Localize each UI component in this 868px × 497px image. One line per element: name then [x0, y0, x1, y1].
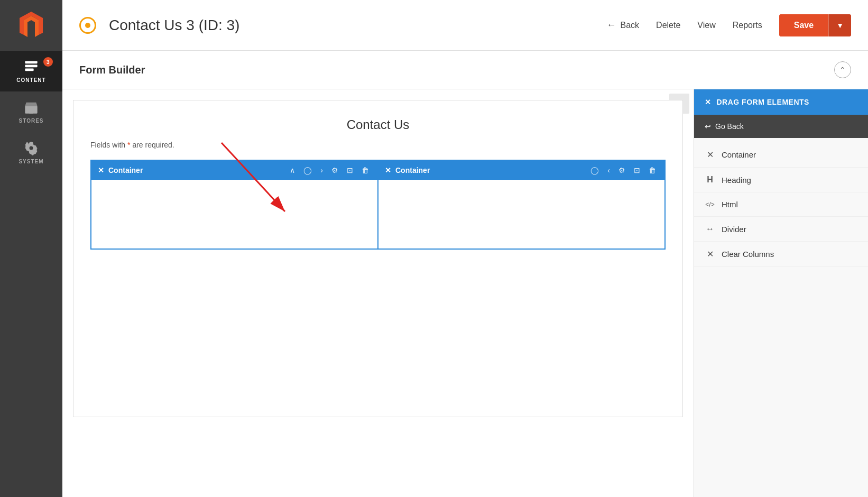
stores-label: STORES — [19, 118, 44, 124]
container-right-header-left: ✕ Container — [385, 166, 430, 174]
elements-list: ✕ Container H Heading </> Html ↔ Divider — [694, 138, 868, 271]
container-row: ✕ Container ∧ ◯ › ⚙ ⊡ 🗑 — [90, 160, 666, 250]
page-status-icon — [79, 17, 96, 34]
right-panel: ✕ DRAG FORM ELEMENTS ↩ Go Back ✕ Contain… — [694, 89, 868, 497]
required-note: Fields with * are required. — [90, 141, 666, 149]
element-clear-columns[interactable]: ✕ Clear Columns — [694, 242, 868, 267]
settings-button-right[interactable]: ⚙ — [616, 165, 627, 176]
form-builder-title: Form Builder — [79, 64, 145, 76]
system-label: SYSTEM — [19, 159, 43, 164]
top-header: Contact Us 3 (ID: 3) ← Back Delete View … — [62, 0, 868, 51]
element-html[interactable]: </> Html — [694, 192, 868, 217]
svg-marker-0 — [20, 12, 43, 35]
sidebar: CONTENT 3 STORES SYSTEM — [0, 0, 62, 497]
main-area: Contact Us 3 (ID: 3) ← Back Delete View … — [62, 0, 868, 497]
sidebar-item-stores[interactable]: STORES — [0, 91, 62, 132]
save-dropdown-button[interactable]: ▼ — [828, 14, 851, 36]
section-header: Form Builder ⌃ — [62, 51, 868, 89]
form-heading: Contact Us — [90, 117, 666, 132]
move-up-button-left[interactable]: ∧ — [288, 165, 297, 176]
copy-button-right[interactable]: ⊡ — [632, 165, 642, 176]
go-back-button[interactable]: ↩ Go Back — [694, 115, 868, 138]
container-left: ✕ Container ∧ ◯ › ⚙ ⊡ 🗑 — [91, 161, 377, 248]
delete-button-right[interactable]: 🗑 — [647, 165, 658, 176]
reports-button[interactable]: Reports — [733, 21, 762, 30]
back-button[interactable]: ← Back — [607, 20, 640, 31]
move-icon-left: ✕ — [98, 166, 104, 174]
system-icon — [24, 141, 39, 155]
up-circle-button-right[interactable]: ◯ — [588, 165, 601, 176]
sidebar-item-system[interactable]: SYSTEM — [0, 132, 62, 173]
move-left-button-right[interactable]: ‹ — [605, 165, 612, 176]
move-up-circle-button-left[interactable]: ◯ — [301, 165, 314, 176]
container-left-body — [91, 180, 377, 248]
sidebar-logo — [0, 0, 62, 51]
container-left-header: ✕ Container ∧ ◯ › ⚙ ⊡ 🗑 — [91, 161, 377, 180]
move-icon-right: ✕ — [385, 166, 391, 174]
settings-button-left[interactable]: ⚙ — [329, 165, 340, 176]
container-right: ✕ Container ◯ ‹ ⚙ ⊡ 🗑 — [377, 161, 664, 248]
view-button[interactable]: View — [697, 21, 715, 30]
container-right-controls: ◯ ‹ ⚙ ⊡ 🗑 — [588, 165, 658, 176]
content-label: CONTENT — [16, 77, 45, 83]
form-canvas: Contact Us Fields with * are required. ✕ — [73, 100, 683, 417]
container-left-header-left: ✕ Container — [98, 166, 143, 174]
container-left-label: Container — [108, 166, 143, 174]
container-element-icon: ✕ — [705, 150, 715, 160]
builder-body: ⤢ Contact Us — [62, 89, 868, 497]
delete-button[interactable]: Delete — [656, 21, 680, 30]
element-container[interactable]: ✕ Container — [694, 142, 868, 168]
svg-rect-3 — [25, 65, 37, 68]
content-area: Form Builder ⌃ ⤢ — [62, 51, 868, 497]
divider-element-icon: ↔ — [705, 224, 715, 234]
back-arrow-icon: ← — [607, 20, 616, 31]
delete-button-left[interactable]: 🗑 — [359, 165, 371, 176]
move-right-button-left[interactable]: › — [318, 165, 325, 176]
sidebar-item-content[interactable]: CONTENT 3 — [0, 51, 62, 91]
clear-columns-element-icon: ✕ — [705, 249, 715, 259]
element-heading[interactable]: H Heading — [694, 168, 868, 192]
container-right-body — [378, 180, 664, 248]
svg-marker-1 — [24, 16, 39, 37]
copy-button-left[interactable]: ⊡ — [345, 165, 355, 176]
go-back-arrow-icon: ↩ — [705, 122, 711, 131]
save-btn-group: Save ▼ — [779, 14, 851, 36]
page-title: Contact Us 3 (ID: 3) — [109, 17, 594, 34]
heading-element-icon: H — [705, 175, 715, 185]
container-right-label: Container — [395, 166, 430, 174]
magento-logo-icon — [15, 10, 47, 41]
svg-rect-6 — [30, 108, 33, 113]
form-canvas-wrapper: ⤢ Contact Us — [62, 89, 694, 497]
sidebar-navigation: CONTENT 3 STORES SYSTEM — [0, 51, 62, 173]
html-element-icon: </> — [705, 201, 715, 208]
content-icon — [24, 59, 39, 74]
container-right-header: ✕ Container ◯ ‹ ⚙ ⊡ 🗑 — [378, 161, 664, 180]
save-button[interactable]: Save — [779, 14, 828, 36]
stores-icon — [24, 100, 39, 115]
element-divider[interactable]: ↔ Divider — [694, 217, 868, 242]
content-badge: 3 — [43, 57, 53, 67]
svg-rect-4 — [25, 69, 33, 71]
container-left-controls: ∧ ◯ › ⚙ ⊡ 🗑 — [288, 165, 371, 176]
svg-rect-2 — [25, 61, 37, 64]
drag-elements-header: ✕ DRAG FORM ELEMENTS — [694, 89, 868, 115]
collapse-button[interactable]: ⌃ — [834, 61, 851, 78]
header-actions: ← Back Delete View Reports Save ▼ — [607, 14, 851, 36]
drag-icon: ✕ — [705, 98, 712, 106]
